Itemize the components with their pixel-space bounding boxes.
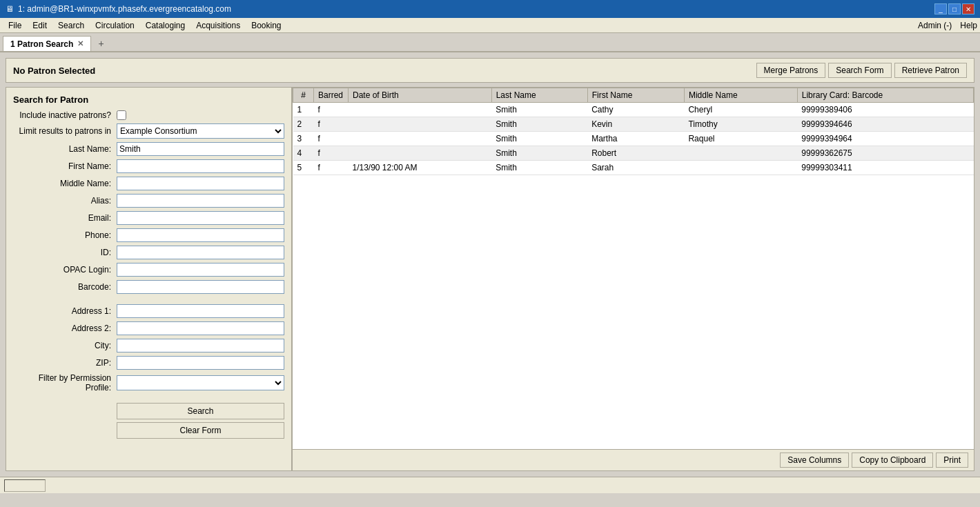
merge-patrons-button[interactable]: Merge Patrons xyxy=(756,63,826,78)
table-row[interactable]: 5f1/13/90 12:00 AMSmithSarah99999303411 xyxy=(293,161,974,175)
id-label: ID: xyxy=(13,248,117,257)
cell-barcode: 99999394964 xyxy=(797,132,973,146)
title-bar-title: 🖥 1: admin@BR1-winxpvmfx.phasefx.evergre… xyxy=(6,4,231,14)
cell-barcode: 99999389406 xyxy=(797,103,973,117)
maximize-button[interactable]: □ xyxy=(948,3,961,14)
results-table: # Barred Date of Birth Last Name First N… xyxy=(293,88,974,175)
cell-first: Cathy xyxy=(587,103,684,117)
menu-booking[interactable]: Booking xyxy=(246,19,286,32)
col-header-middle[interactable]: Middle Name xyxy=(684,88,797,103)
copy-to-clipboard-button[interactable]: Copy to Clipboard xyxy=(852,453,933,468)
bottom-bar: Save Columns Copy to Clipboard Print xyxy=(293,449,974,470)
title-bar: 🖥 1: admin@BR1-winxpvmfx.phasefx.evergre… xyxy=(0,0,980,18)
cell-last: Smith xyxy=(491,146,587,161)
cell-barcode: 99999362675 xyxy=(797,146,973,161)
status-segment xyxy=(4,479,46,492)
search-button[interactable]: Search xyxy=(117,403,284,419)
help-link[interactable]: Help xyxy=(960,21,977,30)
alias-row: Alias: xyxy=(13,194,284,208)
tab-close-icon[interactable]: ✕ xyxy=(77,39,84,48)
retrieve-patron-button[interactable]: Retrieve Patron xyxy=(894,63,967,78)
search-form-button[interactable]: Search Form xyxy=(828,63,891,78)
first-name-input[interactable] xyxy=(117,159,284,173)
col-header-barcode[interactable]: Library Card: Barcode xyxy=(797,88,973,103)
col-header-first[interactable]: First Name xyxy=(587,88,684,103)
cell-middle: Raquel xyxy=(684,132,797,146)
include-inactive-label: Include inactive patrons? xyxy=(13,110,117,120)
cell-barred: f xyxy=(314,146,349,161)
opac-login-input[interactable] xyxy=(117,263,284,277)
menu-search[interactable]: Search xyxy=(52,19,90,32)
email-label: Email: xyxy=(13,213,117,223)
menu-acquisitions[interactable]: Acquisitions xyxy=(190,19,246,32)
last-name-input[interactable] xyxy=(117,142,284,156)
email-input[interactable] xyxy=(117,211,284,225)
zip-input[interactable] xyxy=(117,356,284,370)
id-input[interactable] xyxy=(117,246,284,259)
table-row[interactable]: 3fSmithMarthaRaquel99999394964 xyxy=(293,132,974,146)
cell-last: Smith xyxy=(491,132,587,146)
search-panel: Search for Patron Include inactive patro… xyxy=(6,88,293,470)
title-text: 1: admin@BR1-winxpvmfx.phasefx.evergreen… xyxy=(18,4,231,14)
filter-profile-select[interactable] xyxy=(117,375,284,390)
col-header-last[interactable]: Last Name xyxy=(491,88,587,103)
address1-label: Address 1: xyxy=(13,306,117,316)
admin-link[interactable]: Admin (-) xyxy=(918,21,952,30)
alias-label: Alias: xyxy=(13,196,117,206)
cell-barred: f xyxy=(314,132,349,146)
email-row: Email: xyxy=(13,211,284,225)
cell-middle xyxy=(684,161,797,175)
cell-dob xyxy=(349,146,492,161)
phone-input[interactable] xyxy=(117,228,284,242)
close-button[interactable]: ✕ xyxy=(962,3,974,14)
cell-num: 1 xyxy=(293,103,314,117)
cell-num: 4 xyxy=(293,146,314,161)
minimize-button[interactable]: _ xyxy=(934,3,947,14)
last-name-label: Last Name: xyxy=(13,144,117,154)
barcode-label: Barcode: xyxy=(13,282,117,292)
city-input[interactable] xyxy=(117,339,284,352)
middle-name-label: Middle Name: xyxy=(13,179,117,188)
menu-file[interactable]: File xyxy=(3,19,27,32)
table-row[interactable]: 1fSmithCathyCheryl99999389406 xyxy=(293,103,974,117)
save-columns-button[interactable]: Save Columns xyxy=(780,453,849,468)
middle-name-input[interactable] xyxy=(117,177,284,190)
city-label: City: xyxy=(13,341,117,350)
no-patron-label: No Patron Selected xyxy=(13,66,95,76)
address1-input[interactable] xyxy=(117,304,284,318)
first-name-row: First Name: xyxy=(13,159,284,173)
cell-first: Kevin xyxy=(587,117,684,132)
cell-first: Robert xyxy=(587,146,684,161)
barcode-input[interactable] xyxy=(117,280,284,294)
cell-dob xyxy=(349,117,492,132)
results-table-wrapper[interactable]: # Barred Date of Birth Last Name First N… xyxy=(293,88,974,449)
cell-barcode: 99999394646 xyxy=(797,117,973,132)
tab-patron-search[interactable]: 1 Patron Search ✕ xyxy=(3,36,91,51)
search-buttons: Search Clear Form xyxy=(13,403,284,439)
filter-profile-label: Filter by Permission Profile: xyxy=(13,373,117,392)
table-row[interactable]: 2fSmithKevinTimothy99999394646 xyxy=(293,117,974,132)
alias-input[interactable] xyxy=(117,194,284,208)
tab-bar: 1 Patron Search ✕ + xyxy=(0,33,980,52)
clear-form-button[interactable]: Clear Form xyxy=(117,422,284,439)
address2-input[interactable] xyxy=(117,321,284,335)
print-button[interactable]: Print xyxy=(936,453,968,468)
menu-edit[interactable]: Edit xyxy=(27,19,52,32)
opac-login-row: OPAC Login: xyxy=(13,263,284,277)
tab-add-button[interactable]: + xyxy=(92,36,109,51)
top-panel: No Patron Selected Merge Patrons Search … xyxy=(6,58,974,83)
limit-results-select[interactable]: Example Consortium BR1 BR2 BR3 xyxy=(117,123,284,139)
table-row[interactable]: 4fSmithRobert99999362675 xyxy=(293,146,974,161)
menu-circulation[interactable]: Circulation xyxy=(90,19,140,32)
col-header-dob[interactable]: Date of Birth xyxy=(349,88,492,103)
limit-results-label: Limit results to patrons in xyxy=(13,126,117,136)
menu-cataloging[interactable]: Cataloging xyxy=(140,19,190,32)
status-bar xyxy=(0,477,980,493)
id-row: ID: xyxy=(13,246,284,259)
first-name-label: First Name: xyxy=(13,161,117,171)
include-inactive-checkbox[interactable] xyxy=(117,110,126,120)
cell-middle: Cheryl xyxy=(684,103,797,117)
col-header-barred[interactable]: Barred xyxy=(314,88,349,103)
zip-row: ZIP: xyxy=(13,356,284,370)
title-bar-controls[interactable]: _ □ ✕ xyxy=(934,3,974,14)
